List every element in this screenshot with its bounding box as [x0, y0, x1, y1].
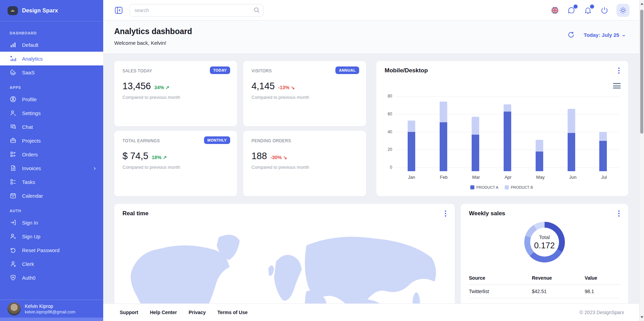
- scrollbar-thumb[interactable]: [640, 10, 643, 134]
- sidebar-item-auth0[interactable]: Auth0: [0, 271, 103, 284]
- sidebar-item-label: Settings: [22, 110, 41, 116]
- bar-chart-icon: [10, 41, 17, 48]
- stat-card-caption: Compared to previous month: [122, 165, 180, 170]
- app-root: Design Sparx DASHBOARDDefaultAnalyticsSa…: [0, 0, 644, 321]
- topbar: [103, 0, 639, 21]
- legend-item[interactable]: PRODUCT B: [505, 185, 533, 189]
- stat-card-delta: -13% ↘: [278, 85, 295, 90]
- sidebar-item-label: SaaS: [22, 70, 35, 75]
- sidebar-item-saas[interactable]: SaaS: [0, 65, 103, 79]
- sidebar-item-sign-in[interactable]: Sign In: [0, 216, 103, 229]
- date-selector[interactable]: Today: July 25 ⌄: [584, 32, 625, 38]
- stat-card-delta: -30% ↘: [270, 155, 287, 160]
- sidebar-item-settings[interactable]: Settings: [0, 106, 103, 120]
- x-axis-label: Feb: [440, 175, 448, 180]
- weekly-sales-donut: Total 0.172: [524, 222, 565, 262]
- stat-card-value: 4,145: [251, 81, 275, 92]
- chart-title: Mobile/Desktop: [385, 67, 428, 74]
- x-axis-label: May: [536, 175, 545, 180]
- login-icon: [10, 219, 17, 226]
- stat-card-pending-orders: PENDING ORDERS 188 -30% ↘ Compared to pr…: [243, 131, 366, 196]
- footer-link-support[interactable]: Support: [120, 310, 138, 315]
- notifications-icon[interactable]: [583, 6, 592, 15]
- sidebar-item-profile[interactable]: Profile: [0, 92, 103, 106]
- sidebar-item-label: Invoices: [22, 165, 41, 171]
- y-axis-tick: 80: [388, 94, 392, 99]
- footer: SupportHelp CenterPrivacyTerms of Use © …: [103, 303, 639, 321]
- weekly-sales-title: Weekly sales: [469, 210, 505, 217]
- y-axis-tick: 0: [390, 165, 392, 170]
- user-gear-icon: [10, 110, 17, 116]
- chart-menu-icon[interactable]: [613, 83, 621, 89]
- power-icon[interactable]: [600, 6, 609, 15]
- page-subtitle: Welcome back, Kelvin!: [114, 40, 166, 46]
- x-axis-label: Jan: [408, 175, 415, 180]
- stat-card-badge: ANNUAL: [335, 66, 359, 74]
- stat-card-badge: TODAY: [210, 66, 230, 74]
- sidebar-item-label: Analytics: [22, 56, 43, 62]
- messages-badge: [573, 4, 578, 9]
- sidebar-item-invoices[interactable]: Invoices›: [0, 161, 103, 175]
- brand[interactable]: Design Sparx: [0, 0, 103, 21]
- nav-section-label: AUTH: [10, 209, 103, 213]
- sidebar-item-label: Calendar: [22, 193, 43, 199]
- kebab-menu-icon[interactable]: [616, 210, 622, 217]
- sidebar-item-projects[interactable]: Projects: [0, 134, 103, 147]
- legend-item[interactable]: PRODUCT A: [470, 185, 498, 189]
- search-input[interactable]: [129, 4, 264, 17]
- trend-down-arrow-icon: ↘: [283, 155, 287, 160]
- stat-card-title: PENDING ORDERS: [251, 138, 291, 143]
- copyright: © 2023 DesignSparx: [580, 310, 624, 315]
- sidebar-item-default[interactable]: Default: [0, 38, 103, 52]
- sidebar-item-calendar[interactable]: Calendar: [0, 189, 103, 203]
- messages-icon[interactable]: [567, 6, 576, 15]
- chart-legend: PRODUCT APRODUCT B: [384, 185, 619, 189]
- sidebar-item-clerk[interactable]: Clerk: [0, 257, 103, 271]
- theme-sun-icon[interactable]: [616, 4, 630, 17]
- stat-card-caption: Compared to previous month: [251, 95, 309, 100]
- sidebar-item-chat[interactable]: Chat: [0, 120, 103, 134]
- refresh-icon[interactable]: [567, 31, 575, 39]
- vertical-scrollbar[interactable]: [639, 0, 644, 321]
- brand-title: Design Sparx: [22, 8, 58, 14]
- footer-links: SupportHelp CenterPrivacyTerms of Use: [120, 310, 248, 315]
- disc-icon: [10, 69, 17, 76]
- sidebar-item-analytics[interactable]: Analytics: [0, 52, 103, 65]
- sidebar-item-reset-password[interactable]: Reset Password: [0, 243, 103, 257]
- user-name: Kelvin Kiprop: [25, 303, 75, 309]
- briefcase-icon: [10, 137, 17, 144]
- sidebar-item-label: Clerk: [22, 261, 34, 267]
- scroll-down-arrow-icon[interactable]: [641, 316, 643, 318]
- bar-segment-product-b: [599, 132, 607, 141]
- y-axis-tick: 60: [388, 112, 392, 116]
- table-header-cell: Source: [469, 275, 532, 281]
- chat-icon: [10, 123, 17, 130]
- sidebar-user[interactable]: Kelvin Kiprop kelvin.kiprop96@gmail.com: [0, 300, 103, 318]
- table-header-row: SourceRevenueValue: [469, 271, 620, 285]
- uk-flag-icon[interactable]: [550, 6, 559, 15]
- footer-link-help-center[interactable]: Help Center: [150, 310, 177, 315]
- notifications-badge: [590, 4, 594, 9]
- footer-link-terms-of-use[interactable]: Terms of Use: [217, 310, 248, 315]
- collapse-sidebar-icon[interactable]: [114, 6, 123, 15]
- sidebar-item-tasks[interactable]: Tasks: [0, 175, 103, 189]
- stat-card-delta: 34% ↗: [154, 85, 170, 90]
- calendar-icon: [10, 192, 17, 199]
- bar-segment-product-a: [568, 133, 575, 171]
- kebab-menu-icon[interactable]: [616, 67, 622, 74]
- search-icon[interactable]: [253, 7, 260, 13]
- sidebar-item-orders[interactable]: Orders: [0, 147, 103, 161]
- footer-link-privacy[interactable]: Privacy: [189, 310, 206, 315]
- sidebar-item-sign-up[interactable]: Sign Up: [0, 229, 103, 243]
- stat-card-visitors: VISITORSANNUAL 4,145 -13% ↘ Compared to …: [243, 61, 366, 126]
- invoice-icon: [10, 165, 17, 172]
- bar-segment-product-a: [408, 132, 415, 171]
- sidebar: Design Sparx DASHBOARDDefaultAnalyticsSa…: [0, 0, 103, 321]
- stat-card-title: TOTAL EARNINGS: [122, 138, 160, 143]
- kebab-menu-icon[interactable]: [442, 210, 449, 217]
- scroll-up-arrow-icon[interactable]: [641, 3, 643, 5]
- clerk-user-icon: [10, 260, 17, 267]
- topbar-icons: [550, 4, 630, 17]
- table-cell: Twitterlist: [469, 289, 532, 294]
- mobile-desktop-card: Mobile/Desktop 020406080 JanFebMarAprMay…: [376, 61, 628, 196]
